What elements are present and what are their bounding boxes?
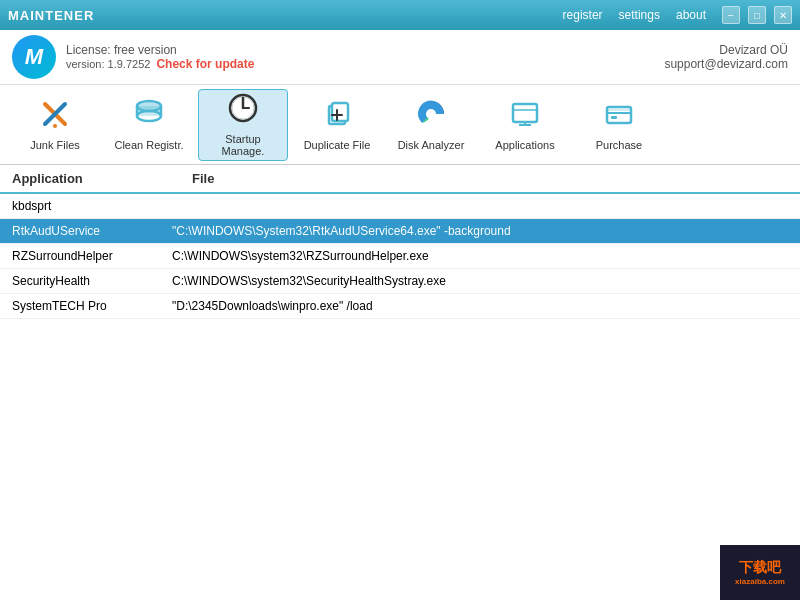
row-app-name: kbdsprt [12, 199, 152, 213]
watermark: 下载吧 xiazaiba.com [720, 545, 800, 600]
row-file-path: C:\WINDOWS\system32\RZSurroundHelper.exe [172, 249, 788, 263]
junk-files-icon [39, 98, 71, 135]
minimize-button[interactable]: − [722, 6, 740, 24]
window-controls: − □ ✕ [722, 6, 792, 24]
table-row[interactable]: RZSurroundHelper C:\WINDOWS\system32\RZS… [0, 244, 800, 269]
purchase-label: Purchase [596, 139, 642, 151]
svg-rect-14 [332, 103, 348, 121]
purchase-icon [603, 98, 635, 135]
watermark-text: 下载吧 [739, 559, 781, 577]
toolbar: Junk Files Clean Registr. Startup Ma [0, 85, 800, 165]
row-file-path: "D:\2345Downloads\winpro.exe" /load [172, 299, 788, 313]
toolbar-junk-files[interactable]: Junk Files [10, 89, 100, 161]
titlebar-nav: register settings about − □ ✕ [563, 6, 792, 24]
svg-rect-20 [607, 107, 631, 123]
junk-files-label: Junk Files [30, 139, 80, 151]
clean-registry-icon [133, 98, 165, 135]
infobar-left: M License: free version version: 1.9.725… [12, 35, 254, 79]
svg-point-8 [137, 101, 161, 111]
maximize-button[interactable]: □ [748, 6, 766, 24]
register-link[interactable]: register [563, 8, 603, 22]
toolbar-clean-registry[interactable]: Clean Registr. [104, 89, 194, 161]
main-content: Application File kbdsprt RtkAudUService … [0, 165, 800, 600]
row-file-path: "C:\WINDOWS\System32\RtkAudUService64.ex… [172, 224, 788, 238]
toolbar-startup-manager[interactable]: Startup Manage. [198, 89, 288, 161]
toolbar-duplicate-file[interactable]: Duplicate File [292, 89, 382, 161]
table-row[interactable]: kbdsprt [0, 194, 800, 219]
version-text: version: 1.9.7252 [66, 58, 150, 70]
support-email: support@devizard.com [664, 57, 788, 71]
startup-table: kbdsprt RtkAudUService "C:\WINDOWS\Syste… [0, 194, 800, 600]
row-app-name: RZSurroundHelper [12, 249, 152, 263]
app-title: MAINTENER [8, 8, 94, 23]
version-info: License: free version version: 1.9.7252 … [66, 43, 254, 71]
about-link[interactable]: about [676, 8, 706, 22]
check-update-link[interactable]: Check for update [156, 57, 254, 71]
table-row[interactable]: RtkAudUService "C:\WINDOWS\System32\RtkA… [0, 219, 800, 244]
table-header: Application File [0, 165, 800, 194]
toolbar-applications[interactable]: Applications [480, 89, 570, 161]
svg-point-2 [53, 124, 57, 128]
startup-manager-icon [227, 92, 259, 129]
duplicate-file-icon [321, 98, 353, 135]
company-name: Devizard OÜ [664, 43, 788, 57]
duplicate-file-label: Duplicate File [304, 139, 371, 151]
titlebar: MAINTENER register settings about − □ ✕ [0, 0, 800, 30]
row-file-path: C:\WINDOWS\system32\SecurityHealthSystra… [172, 274, 788, 288]
table-row[interactable]: SystemTECH Pro "D:\2345Downloads\winpro.… [0, 294, 800, 319]
app-logo: M [12, 35, 56, 79]
row-app-name: SecurityHealth [12, 274, 152, 288]
table-row[interactable]: SecurityHealth C:\WINDOWS\system32\Secur… [0, 269, 800, 294]
startup-manager-label: Startup Manage. [203, 133, 283, 157]
svg-point-15 [426, 109, 436, 119]
applications-label: Applications [495, 139, 554, 151]
infobar-right: Devizard OÜ support@devizard.com [664, 43, 788, 71]
applications-icon [509, 98, 541, 135]
row-app-name: SystemTECH Pro [12, 299, 152, 313]
col-header-application: Application [12, 171, 172, 186]
toolbar-disk-analyzer[interactable]: Disk Analyzer [386, 89, 476, 161]
toolbar-purchase[interactable]: Purchase [574, 89, 664, 161]
svg-rect-16 [513, 104, 537, 122]
col-header-file: File [192, 171, 788, 186]
svg-rect-22 [611, 116, 617, 119]
infobar: M License: free version version: 1.9.725… [0, 30, 800, 85]
license-text: License: free version [66, 43, 254, 57]
row-app-name: RtkAudUService [12, 224, 152, 238]
close-button[interactable]: ✕ [774, 6, 792, 24]
clean-registry-label: Clean Registr. [114, 139, 183, 151]
watermark-subtext: xiazaiba.com [735, 577, 785, 586]
disk-analyzer-label: Disk Analyzer [398, 139, 465, 151]
app-title-group: MAINTENER [8, 8, 94, 23]
settings-link[interactable]: settings [619, 8, 660, 22]
disk-analyzer-icon [415, 98, 447, 135]
